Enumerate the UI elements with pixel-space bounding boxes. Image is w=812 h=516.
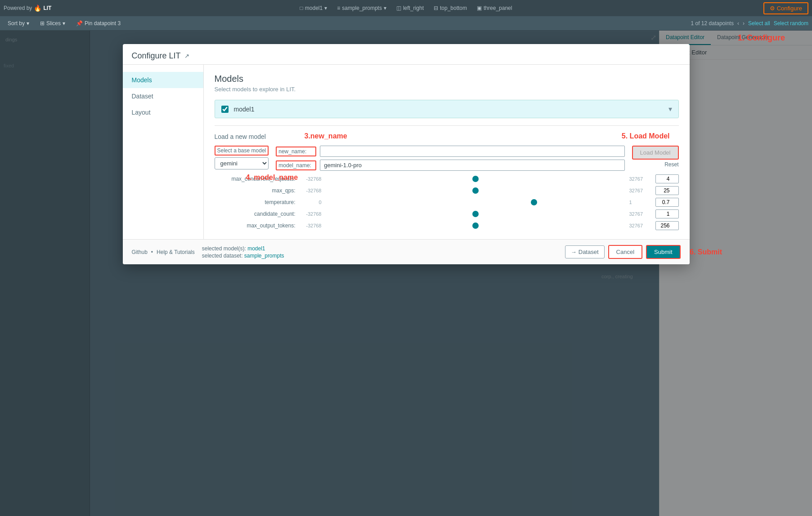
modal-content: Models Select models to explore in LIT. … [204,65,690,239]
sub-nav: Sort by ▾ ⊞ Slices ▾ 📌 Pin datapoint 3 1… [0,16,812,31]
load-form-wrapper: 3.new_name 2. Select a base model 4. mod… [215,146,679,230]
cancel-button[interactable]: Cancel [608,245,642,259]
lr-tab-label: left_right [403,5,424,11]
slider-row-candidate-count: candidate_count: -32768 32767 [215,209,679,218]
sample-tab-icon: ≡ [337,5,340,11]
sliders-container: max_concurrent_requests: -32768 32767 [215,174,679,230]
slider-number-candidate-count[interactable] [655,209,679,218]
slider-input-temperature[interactable] [325,201,626,203]
slider-track-0 [325,174,626,183]
base-model-select[interactable]: gemini [215,157,269,169]
model1-name: model1 [234,106,668,113]
select-random-link[interactable]: Select random [774,20,808,27]
selected-models-value: model1 [247,245,265,252]
slider-input-max-output-tokens[interactable] [325,225,626,227]
select-all-link[interactable]: Select all [748,20,770,27]
model-row-model1[interactable]: model1 ▾ [215,100,679,118]
load-model-button[interactable]: Load Model [632,146,679,160]
slider-label-max-output-tokens: max_output_tokens: [215,222,296,229]
help-link[interactable]: Help & Tutorials [157,249,195,255]
slider-input-max-concurrent[interactable] [325,178,626,180]
lr-tab-icon: ◫ [396,5,401,11]
selected-models-label: selected model(s): [202,245,246,252]
tp-tab-label: three_panel [484,5,512,11]
dataset-button[interactable]: → Dataset [565,245,605,258]
nav-arrow-right-icon[interactable]: › [743,20,745,27]
selected-dataset-row: selected dataset: sample_prompts [202,253,284,259]
load-section: Load a new model 3.new_name 2. Select a … [215,125,679,230]
reset-button[interactable]: Reset [664,161,678,168]
sidebar-item-dataset[interactable]: Dataset [123,88,203,104]
submit-button[interactable]: Submit [646,245,680,259]
new-name-input[interactable] [320,146,624,157]
footer-separator: • [151,249,153,255]
sub-nav-left: Sort by ▾ ⊞ Slices ▾ 📌 Pin datapoint 3 [4,18,687,28]
slider-max-2: 1 [629,200,652,205]
sidebar-dataset-label: Dataset [132,93,153,100]
model-tab-icon: □ [300,5,303,11]
sidebar-item-models[interactable]: Models [123,72,203,88]
load-model-btn-container: Load Model Reset [632,146,679,168]
pin-datapoint-button[interactable]: 📌 Pin datapoint 3 [72,18,125,28]
form-fields: new_name: model_name: [276,146,624,171]
load-section-title: Load a new model [215,133,679,140]
main-area: dings fixed ⤢ ating a com er competito b… [0,31,812,516]
slider-number-max-concurrent[interactable] [655,174,679,183]
sidebar-item-layout[interactable]: Layout [123,104,203,120]
modal-body: Models Dataset Layout Models Select mode… [123,65,690,239]
tab-sample-prompts[interactable]: ≡ sample_prompts ▾ [332,3,391,13]
annotation-load-model: 5. Load Model [622,132,670,140]
slider-track-1 [325,186,626,195]
slider-input-candidate-count[interactable] [325,213,626,215]
annotation-new-name: 3.new_name [305,132,347,140]
modal-sidebar: Models Dataset Layout [123,65,204,239]
external-link-icon[interactable]: ↗ [184,53,189,59]
annotation-model-name: 4. model_name [246,173,298,182]
sample-tab-label: sample_prompts [342,5,382,11]
slider-number-max-qps[interactable] [655,186,679,195]
footer-left: Github • Help & Tutorials selected model… [132,245,284,259]
tab-model1[interactable]: □ model1 ▾ [296,3,332,13]
sidebar-models-label: Models [132,76,152,84]
model-name-label: model_name: [276,160,316,170]
datapoints-info: 1 of 12 datapoints [691,20,734,27]
github-link[interactable]: Github [132,249,148,255]
slider-track-4 [325,221,626,230]
slider-input-max-qps[interactable] [325,190,626,191]
section-subtitle: Select models to explore in LIT. [215,86,679,93]
pin-icon: 📌 [76,20,83,27]
tab-top-bottom[interactable]: ⊟ top_bottom [429,3,471,13]
slider-min-4: -32768 [299,223,322,228]
slider-number-temperature[interactable] [655,198,679,207]
new-name-field-row: new_name: [276,146,624,157]
new-name-label: new_name: [276,147,316,156]
footer-selected-info: selected model(s): model1 selected datas… [202,245,284,259]
slider-track-2 [325,198,626,207]
footer-right: 6. Submit → Dataset Cancel Submit [565,245,681,259]
configure-button[interactable]: ⚙ Configure [763,2,808,14]
modal-footer: Github • Help & Tutorials selected model… [123,239,690,264]
model-name-input[interactable] [320,160,624,171]
slider-max-4: 32767 [629,223,652,228]
brand-name: LIT [43,5,51,11]
tab-three-panel[interactable]: ▣ three_panel [472,3,516,13]
sort-by-button[interactable]: Sort by ▾ [4,18,33,28]
slices-icon: ⊞ [40,20,45,27]
slider-number-max-output-tokens[interactable] [655,221,679,230]
slider-label-candidate-count: candidate_count: [215,211,296,217]
sidebar-layout-label: Layout [132,109,151,116]
slider-label-temperature: temperature: [215,199,296,205]
tab-left-right[interactable]: ◫ left_right [392,3,428,13]
slices-label: Slices [46,20,61,27]
nav-arrow-left-icon[interactable]: ‹ [737,20,739,27]
model1-checkbox[interactable] [221,106,229,113]
configure-label: Configure [777,5,802,12]
nav-right: ⚙ Configure [763,2,808,14]
slider-min-2: 0 [299,200,322,205]
slices-button[interactable]: ⊞ Slices ▾ [36,18,69,28]
slider-row-temperature: temperature: 0 1 [215,198,679,207]
tb-tab-label: top_bottom [440,5,467,11]
dataset-btn-label: Dataset [579,249,599,255]
tp-tab-icon: ▣ [477,5,482,11]
brand-text: Powered by [4,5,32,11]
